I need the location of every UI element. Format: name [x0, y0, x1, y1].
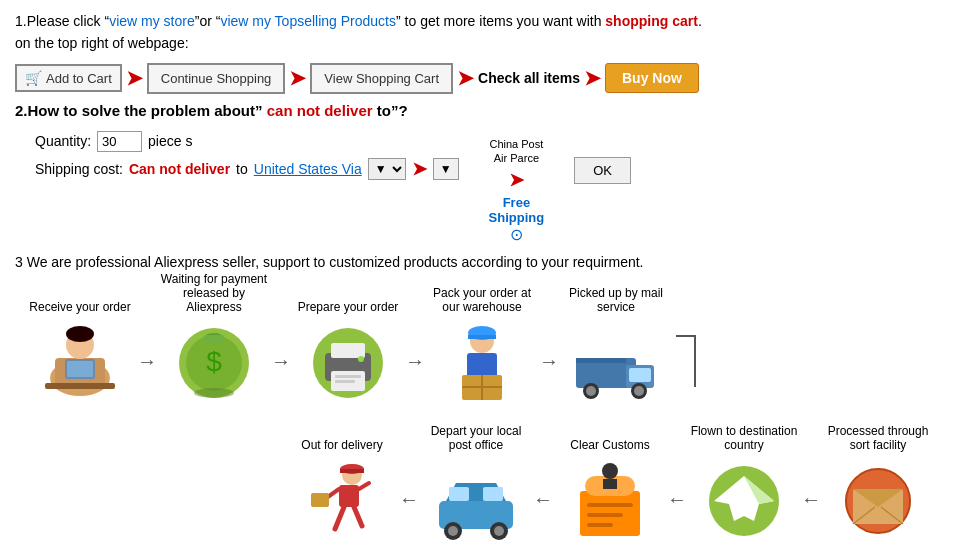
arr-3: → [405, 314, 425, 373]
buy-now-label: Buy Now [622, 70, 682, 86]
svg-point-53 [448, 526, 458, 536]
free-shipping-icon: ⊙ [489, 225, 545, 244]
flow-icon-5 [571, 318, 661, 408]
view-store-link[interactable]: view my store [109, 13, 195, 29]
step1-text1: 1.Please click “ [15, 13, 109, 29]
flow-col-5: Picked up by mail service [561, 278, 671, 408]
china-arrow: ➤ [509, 169, 524, 191]
svg-point-31 [586, 386, 596, 396]
flow-col-2: Waiting for payment released by Aliexpre… [159, 278, 269, 408]
quantity-input[interactable] [97, 131, 142, 152]
view-shopping-cart-button[interactable]: View Shopping Cart [310, 63, 453, 94]
step1-text4: . [698, 13, 702, 29]
svg-rect-18 [335, 380, 355, 383]
svg-rect-64 [311, 493, 329, 507]
svg-rect-46 [587, 503, 633, 507]
arr-8: ← [667, 452, 687, 511]
flow-col-4: Pack your order at our warehouse [427, 278, 537, 408]
svg-line-61 [354, 507, 362, 526]
cart-icon: 🛒 [25, 70, 42, 86]
arr-9: ← [801, 452, 821, 511]
continue-shopping-button[interactable]: Continue Shopping [147, 63, 286, 94]
china-post-text: China Post Air Parce [489, 137, 543, 166]
svg-line-60 [335, 507, 344, 529]
flow-icon-8 [565, 456, 655, 545]
svg-point-10 [194, 388, 234, 398]
svg-rect-50 [449, 487, 469, 501]
svg-rect-29 [629, 368, 651, 382]
flow-col-1: Receive your order [25, 278, 135, 408]
free-shipping-box: Free Shipping ⊙ [489, 195, 545, 244]
view-cart-label: View Shopping Cart [324, 71, 439, 86]
flow-col-8: Clear Customs [555, 416, 665, 545]
ok-label: OK [593, 163, 612, 178]
flow-icon-9 [699, 456, 789, 545]
arrow1: ➤ [126, 66, 143, 90]
flow-row2: Processed through sort facility ← [25, 416, 933, 545]
flow-col-6: Out for delivery [287, 416, 397, 545]
flow-icon-10 [833, 456, 923, 545]
step1-text2: ”or “ [195, 13, 221, 29]
svg-rect-23 [468, 335, 496, 339]
step2-text2: to”? [373, 102, 408, 119]
cart-flow: 🛒 Add to Cart ➤ Continue Shopping ➤ View… [15, 63, 943, 94]
arrow2: ➤ [289, 66, 306, 90]
flow-row1: Receive your order [25, 278, 933, 408]
free-text: Free [503, 195, 530, 210]
svg-rect-12 [204, 335, 224, 343]
svg-point-44 [602, 463, 618, 479]
flow-label-10: Processed through sort facility [823, 416, 933, 452]
ok-button[interactable]: OK [574, 157, 631, 184]
continue-shopping-label: Continue Shopping [161, 71, 272, 86]
flow-label-9: Flown to destination country [689, 416, 799, 452]
arrow4: ➤ [584, 66, 601, 90]
check-all-items-text: Check all items [478, 70, 580, 86]
svg-line-63 [359, 483, 369, 489]
flow-label-2: Waiting for payment released by Aliexpre… [159, 278, 269, 314]
flow-label-8: Clear Customs [570, 416, 649, 452]
shipping-label: Shipping cost: [35, 161, 123, 177]
flow-label-5: Picked up by mail service [561, 278, 671, 314]
flow-label-7: Depart your local post office [421, 416, 531, 452]
arr-7: ← [533, 452, 553, 511]
svg-rect-6 [67, 361, 93, 377]
svg-point-55 [494, 526, 504, 536]
flow-label-4: Pack your order at our warehouse [427, 278, 537, 314]
svg-rect-2 [45, 383, 115, 389]
arrow3: ➤ [457, 66, 474, 90]
buy-now-button[interactable]: Buy Now [605, 63, 699, 93]
svg-rect-17 [335, 375, 361, 378]
step3-text: 3 We are professional Aliexpress seller,… [15, 254, 943, 270]
svg-point-33 [634, 386, 644, 396]
flow-icon-4 [437, 318, 527, 408]
flow-icon-7 [431, 456, 521, 545]
united-states-link[interactable]: United States Via [254, 161, 362, 177]
flow-col-10: Processed through sort facility [823, 416, 933, 545]
svg-point-5 [66, 326, 94, 342]
quantity-row: Quantity: piece s [35, 131, 459, 152]
step1-section: 1.Please click “view my store”or “view m… [15, 10, 943, 55]
svg-point-19 [358, 356, 364, 362]
add-to-cart-button[interactable]: 🛒 Add to Cart [15, 64, 122, 92]
step1-text5: on the top right of webpage: [15, 35, 189, 51]
page-container: 1.Please click “view my store”or “view m… [0, 0, 958, 545]
turn-connector [671, 299, 701, 387]
flow-icon-6 [297, 456, 387, 545]
shipping-to: to [236, 161, 248, 177]
via-select[interactable]: ▼ [368, 158, 406, 180]
svg-rect-47 [587, 513, 623, 517]
step2-header: 2.How to solve the problem about” can no… [15, 102, 943, 119]
extra-dropdown[interactable]: ▼ [433, 158, 459, 180]
china-post-section: China Post Air Parce ➤ Free Shipping ⊙ [489, 137, 545, 245]
quantity-label: Quantity: [35, 133, 91, 149]
arr-1: → [137, 314, 157, 373]
flow-label-3: Prepare your order [298, 278, 399, 314]
svg-rect-15 [331, 343, 365, 358]
flow-col-3: Prepare your order [293, 278, 403, 408]
view-topselling-link[interactable]: view my Topselling Products [220, 13, 396, 29]
flow-diagram: Receive your order [25, 278, 933, 545]
svg-rect-51 [483, 487, 503, 501]
flow-label-6: Out for delivery [301, 416, 382, 452]
arr-2: → [271, 314, 291, 373]
add-to-cart-label: Add to Cart [46, 71, 112, 86]
